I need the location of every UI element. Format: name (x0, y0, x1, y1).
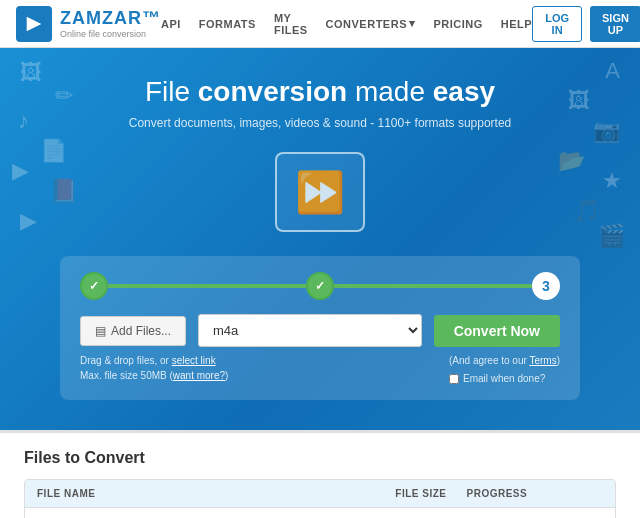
logo-text-area: ZAMZAR™ Online file conversion (60, 8, 161, 39)
files-title-bold: Convert (84, 449, 144, 466)
steps-track: ✓ ✓ 3 (80, 272, 560, 300)
email-label: Email when done? (463, 371, 545, 386)
hero-title-emphasis: easy (433, 76, 495, 107)
col-name-header: FILE NAME (37, 488, 310, 499)
svg-marker-0 (27, 16, 42, 31)
col-progress-header: PROGRESS (467, 488, 604, 499)
hero-section: 🖼 ✏ ♪ 📄 ▶ 📕 ▶ A 🖼 📷 📂 ★ 🎵 🎬 File convers… (0, 48, 640, 430)
float-icon-pdf: 📕 (50, 178, 77, 204)
drag-text: Drag & drop files, or (80, 355, 172, 366)
login-button[interactable]: LOG IN (532, 6, 582, 42)
hero-title-normal: File (145, 76, 198, 107)
hero-title-suffix: made (347, 76, 433, 107)
step-2-circle: ✓ (306, 272, 334, 300)
files-table-header: FILE NAME FILE SIZE PROGRESS (25, 480, 615, 508)
float-icon-yt: ▶ (20, 208, 37, 234)
nav-api[interactable]: API (161, 18, 181, 30)
email-checkbox[interactable] (449, 374, 459, 384)
add-files-button[interactable]: ▤ Add Files... (80, 316, 186, 346)
signup-button[interactable]: SIGN UP (590, 6, 640, 42)
hero-title: File conversion made easy (40, 76, 600, 108)
max-size-text: Max. file size 50MB ( (80, 370, 173, 381)
files-table: FILE NAME FILE SIZE PROGRESS 📎 Symphony … (24, 479, 616, 518)
nav-my-files[interactable]: MY FILES (274, 12, 308, 36)
steps-hints: Drag & drop files, or select link Max. f… (80, 353, 560, 386)
step-3-circle: 3 (532, 272, 560, 300)
table-row: 📎 Symphony No.6 (1st movement).caf 122.4… (25, 508, 615, 518)
nav-converters[interactable]: CONVERTERS ▾ (326, 17, 416, 30)
play-arrows-icon: ⏩ (295, 169, 345, 216)
float-icon-doc: 📄 (40, 138, 67, 164)
email-row: Email when done? (449, 371, 560, 386)
terms-link[interactable]: Terms (529, 355, 556, 366)
files-title-normal: Files to (24, 449, 84, 466)
format-select[interactable]: m4a mp3 wav flac aac (198, 314, 422, 347)
step-line-2 (334, 284, 532, 288)
terms-prefix: (And agree to our (449, 355, 529, 366)
nav-formats[interactable]: FORMATS (199, 18, 256, 30)
step-line-1 (108, 284, 306, 288)
select-link[interactable]: select link (172, 355, 216, 366)
center-logo-box: ⏩ (275, 152, 365, 232)
want-more-close: ) (225, 370, 228, 381)
logo-icon (16, 6, 52, 42)
steps-bar: ✓ ✓ 3 ▤ Add Files... m4a mp3 wav flac aa… (60, 256, 580, 400)
step-1-circle: ✓ (80, 272, 108, 300)
col-size-header: FILE SIZE (310, 488, 467, 499)
float-icon-film: 🎬 (598, 223, 625, 249)
hint-right: (And agree to our Terms) Email when done… (449, 353, 560, 386)
hint-left: Drag & drop files, or select link Max. f… (80, 353, 228, 383)
hero-subtitle: Convert documents, images, videos & soun… (40, 116, 600, 130)
float-icon-music: ♪ (18, 108, 29, 134)
logo-area: ZAMZAR™ Online file conversion (16, 6, 161, 42)
add-files-icon: ▤ (95, 324, 106, 338)
steps-controls: ▤ Add Files... m4a mp3 wav flac aac Conv… (80, 314, 560, 347)
float-icon-ai: A (605, 58, 620, 84)
float-icon-note: 🎵 (573, 198, 600, 224)
logo-name: ZAMZAR™ (60, 8, 161, 29)
chevron-down-icon: ▾ (409, 17, 416, 30)
convert-now-button[interactable]: Convert Now (434, 315, 560, 347)
float-icon-folder: 📂 (558, 148, 585, 174)
logo-tagline: Online file conversion (60, 29, 161, 39)
nav-buttons: LOG IN SIGN UP (532, 6, 640, 42)
nav-pricing[interactable]: PRICING (433, 18, 482, 30)
float-icon-jpg: 🖼 (20, 60, 42, 86)
float-icon-video: ▶ (12, 158, 29, 184)
files-title: Files to Convert (24, 449, 616, 467)
header: ZAMZAR™ Online file conversion API FORMA… (0, 0, 640, 48)
want-more-link[interactable]: want more? (173, 370, 225, 381)
main-nav: API FORMATS MY FILES CONVERTERS ▾ PRICIN… (161, 12, 532, 36)
float-icon-star: ★ (602, 168, 622, 194)
nav-help[interactable]: HELP (501, 18, 532, 30)
terms-suffix: ) (557, 355, 560, 366)
hero-title-bold: conversion (198, 76, 347, 107)
files-section: Files to Convert FILE NAME FILE SIZE PRO… (0, 430, 640, 518)
add-files-label: Add Files... (111, 324, 171, 338)
